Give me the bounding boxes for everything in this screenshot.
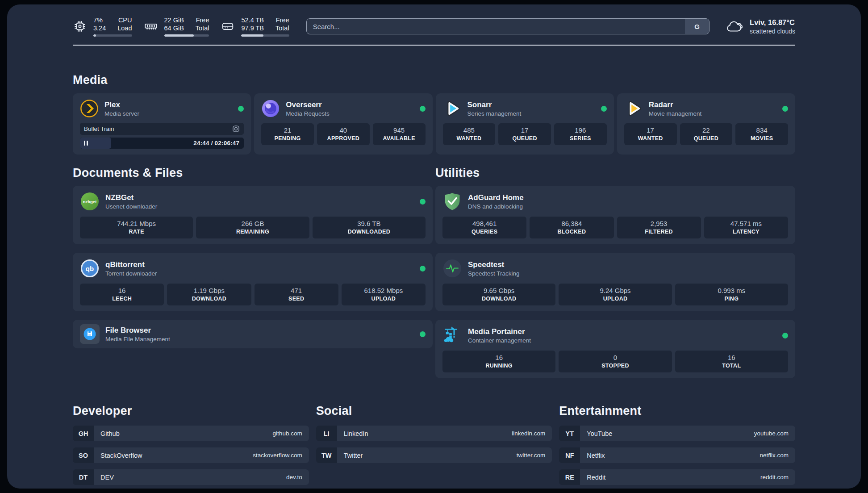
filebrowser-icon — [80, 324, 100, 344]
stat-box: 21PENDING — [261, 123, 314, 145]
app-card-radarr[interactable]: Radarr Movie management 17WANTED 22QUEUE… — [617, 93, 795, 155]
app-card-plex[interactable]: Plex Media server Bullet Train 24:44 / 0 — [73, 93, 251, 155]
app-card-portainer[interactable]: Media Portainer Container management 16R… — [435, 320, 795, 378]
svg-text:nzbget: nzbget — [83, 199, 97, 204]
app-title: Plex — [104, 100, 232, 109]
app-title: File Browser — [105, 326, 414, 335]
disk-total-value: 97.9 TB — [241, 24, 264, 32]
link-tag: YT — [559, 426, 580, 441]
stat-box: 9.65 GbpsDOWNLOAD — [442, 284, 555, 305]
memory-widget: 22 GiB 64 GiB Free Total — [144, 16, 209, 37]
link-row-github[interactable]: GH Githubgithub.com — [73, 426, 309, 441]
app-card-filebrowser[interactable]: File Browser Media File Management — [73, 320, 433, 348]
search-bar: G — [306, 18, 709, 34]
link-name: Twitter — [344, 452, 363, 459]
stat-box: 471SEED — [255, 284, 338, 305]
app-subtitle: Container management — [468, 337, 776, 344]
link-row-twitter[interactable]: TW Twittertwitter.com — [316, 447, 552, 463]
app-title: Media Portainer — [468, 327, 776, 336]
top-bar: 7% 3.24 CPU Load — [73, 15, 795, 38]
link-tag: GH — [73, 426, 94, 441]
app-card-qbittorrent[interactable]: qb qBittorrent Torrent downloader 16LEEC… — [73, 253, 433, 311]
memory-total-value: 64 GiB — [164, 24, 184, 32]
adguard-icon — [442, 192, 462, 211]
app-title: Radarr — [649, 100, 776, 109]
memory-total-label: Total — [196, 24, 209, 32]
status-dot — [782, 106, 788, 112]
link-name: Netflix — [587, 452, 605, 459]
cpu-usage-value: 7% — [93, 16, 106, 24]
cpu-chip-icon — [73, 19, 87, 33]
playback-progress-bar[interactable]: 24:44 / 02:06:47 — [80, 138, 244, 149]
app-subtitle: Media File Management — [105, 336, 414, 343]
disk-free-value: 52.4 TB — [241, 16, 264, 24]
status-dot — [420, 266, 426, 272]
stat-box: 266 GBREMAINING — [196, 217, 309, 238]
portainer-icon — [442, 326, 462, 345]
app-card-speedtest[interactable]: Speedtest Speedtest Tracking 9.65 GbpsDO… — [435, 253, 795, 311]
status-dot — [782, 333, 788, 338]
disk-free-label: Free — [275, 16, 289, 24]
hard-drive-icon — [221, 19, 235, 33]
nzbget-icon: nzbget — [80, 192, 100, 211]
documents-column: nzbget NZBGet Usenet downloader 744.21 M… — [73, 186, 433, 348]
memory-free-label: Free — [196, 16, 209, 24]
app-subtitle: Usenet downloader — [105, 203, 414, 210]
section-title-documents: Documents & Files — [73, 166, 433, 180]
app-card-adguard[interactable]: AdGuard Home DNS and adblocking 498,461Q… — [435, 186, 795, 244]
link-name: YouTube — [587, 430, 612, 437]
cpu-progress-bar — [93, 34, 132, 37]
cpu-load-value: 3.24 — [93, 24, 106, 32]
weather-widget: Lviv, 16.87°C scattered clouds — [725, 18, 795, 35]
search-input[interactable] — [307, 19, 685, 34]
link-row-linkedin[interactable]: LI LinkedInlinkedin.com — [316, 426, 552, 441]
sonarr-icon — [443, 99, 462, 118]
link-tag: TW — [316, 447, 337, 463]
stat-box: 618.52 MbpsUPLOAD — [342, 284, 426, 305]
stat-box: 47.571 msLATENCY — [704, 217, 788, 238]
link-url: stackoverflow.com — [253, 452, 302, 459]
link-url: youtube.com — [754, 430, 789, 437]
section-title-entertainment: Entertainment — [559, 404, 795, 418]
links-section-entertainment: Entertainment YT YouTubeyoutube.com NF N… — [559, 404, 795, 485]
overseerr-icon — [261, 99, 280, 118]
ram-icon — [144, 19, 158, 33]
app-card-overseerr[interactable]: Overseerr Media Requests 21PENDING 40APP… — [254, 93, 432, 155]
stat-box: 196SERIES — [554, 123, 607, 145]
stat-box: 744.21 MbpsRATE — [80, 217, 193, 238]
link-url: github.com — [273, 430, 302, 437]
status-dot — [238, 106, 244, 112]
stat-box: 22QUEUED — [680, 123, 733, 145]
search-engine-button[interactable]: G — [685, 19, 709, 34]
status-dot — [601, 106, 607, 112]
disk-progress-bar — [241, 34, 289, 37]
app-subtitle: Media server — [104, 110, 232, 117]
plex-icon — [80, 99, 99, 118]
app-subtitle: Media Requests — [286, 110, 413, 117]
speedtest-icon — [442, 259, 462, 278]
memory-free-value: 22 GiB — [164, 16, 184, 24]
app-subtitle: Movie management — [649, 110, 776, 117]
link-row-netflix[interactable]: NF Netflixnetflix.com — [559, 447, 795, 463]
stat-box: 40APPROVED — [317, 123, 370, 145]
link-row-reddit[interactable]: RE Redditreddit.com — [559, 469, 795, 485]
stat-box: 9.24 GbpsUPLOAD — [559, 284, 672, 305]
link-url: netflix.com — [760, 452, 789, 459]
app-card-sonarr[interactable]: Sonarr Series management 485WANTED 17QUE… — [436, 93, 614, 155]
link-row-youtube[interactable]: YT YouTubeyoutube.com — [559, 426, 795, 441]
link-tag: LI — [316, 426, 337, 441]
session-video-icon — [232, 125, 240, 133]
links-section-social: Social LI LinkedInlinkedin.com TW Twitte… — [316, 404, 552, 485]
memory-progress-bar — [164, 34, 209, 37]
app-subtitle: Torrent downloader — [105, 270, 414, 277]
app-card-nzbget[interactable]: nzbget NZBGet Usenet downloader 744.21 M… — [73, 186, 433, 244]
stat-box: 16LEECH — [80, 284, 164, 305]
pause-icon[interactable] — [84, 141, 88, 146]
now-playing-row: Bullet Train — [80, 123, 244, 135]
link-tag: RE — [559, 469, 580, 485]
link-url: dev.to — [286, 474, 302, 480]
cpu-widget: 7% 3.24 CPU Load — [73, 16, 132, 37]
link-row-stackoverflow[interactable]: SO StackOverflowstackoverflow.com — [73, 447, 309, 463]
link-row-dev[interactable]: DT DEVdev.to — [73, 469, 309, 485]
utilities-column: AdGuard Home DNS and adblocking 498,461Q… — [435, 186, 795, 378]
